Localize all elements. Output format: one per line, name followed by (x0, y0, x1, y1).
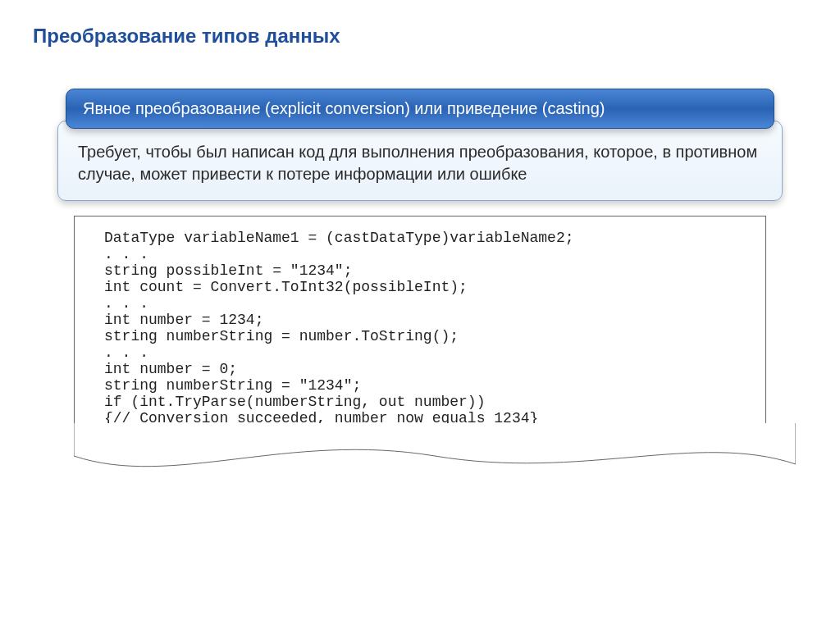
page-title: Преобразование типов данных (33, 25, 807, 48)
code-block-wrap: DataType variableName1 = (castDataType)v… (74, 216, 766, 489)
section-banner: Явное преобразование (explicit conversio… (66, 89, 774, 129)
code-block: DataType variableName1 = (castDataType)v… (74, 216, 766, 440)
description-box: Требует, чтобы был написан код для выпол… (57, 121, 783, 201)
paper-wave-edge (74, 423, 796, 489)
